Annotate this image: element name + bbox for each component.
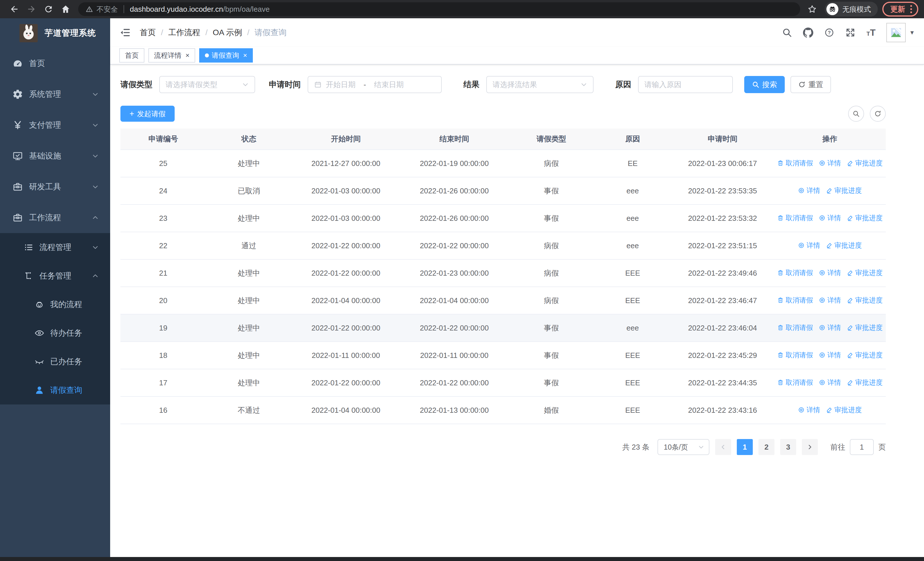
sidebar-item-task-mgmt[interactable]: 任务管理 [0,262,110,290]
detail-action-link[interactable]: 详情 [798,186,820,195]
back-icon[interactable] [6,1,23,17]
reset-button[interactable]: 重置 [790,76,831,93]
bookmark-star-icon[interactable] [804,1,820,17]
edit-icon [847,324,854,331]
progress-action-link[interactable]: 审批进度 [847,268,883,277]
edit-icon [847,379,854,386]
detail-action-link[interactable]: 详情 [819,323,841,332]
breadcrumb-item[interactable]: OA 示例 [213,27,242,38]
detail-action-link[interactable]: 详情 [819,158,841,168]
close-icon[interactable]: × [186,51,189,59]
omnibox-divider [123,5,124,13]
cancel-action-link[interactable]: 取消请假 [777,323,813,332]
table-search-icon[interactable] [848,106,864,122]
progress-action-link[interactable]: 审批进度 [826,405,862,415]
url-bar[interactable]: 不安全 dashboard.yudao.iocoder.cn/bpm/oa/le… [78,2,800,16]
detail-action-link[interactable]: 详情 [798,241,820,250]
progress-action-link[interactable]: 审批进度 [847,378,883,387]
cancel-action-link[interactable]: 取消请假 [777,214,813,223]
leave-table: 申请编号状态开始时间结束时间请假类型原因申请时间操作 25处理中2021-12-… [120,129,886,424]
breadcrumb-item[interactable]: 工作流程 [168,27,200,38]
cell-reason: eee [594,177,671,205]
cell-status: 处理中 [206,150,292,177]
cancel-action-link[interactable]: 取消请假 [777,158,813,168]
sidebar-item-workflow[interactable]: 工作流程 [0,202,110,233]
forward-icon[interactable] [23,1,40,17]
cell-end-time: 2022-01-19 00:00:00 [400,150,508,177]
sidebar-item-home[interactable]: 首页 [0,48,110,79]
reason-input[interactable]: 请输入原因 [638,76,733,93]
cell-actions: 取消请假详情审批进度 [774,150,886,177]
sidebar-item-todo-tasks[interactable]: 待办任务 [0,319,110,347]
cancel-action-link[interactable]: 取消请假 [777,378,813,387]
security-indicator[interactable]: 不安全 [86,5,118,14]
prev-page-button[interactable] [715,439,731,455]
cell-id: 20 [120,287,206,314]
browser-menu-icon[interactable] [910,5,912,13]
sidebar-item-leave-query[interactable]: 请假查询 [0,376,110,405]
detail-action-link[interactable]: 详情 [819,296,841,305]
next-page-button[interactable] [802,439,818,455]
detail-action-link[interactable]: 详情 [819,268,841,277]
tab-请假查询[interactable]: 请假查询× [199,48,253,63]
page-button-2[interactable]: 2 [759,439,774,455]
cell-status: 通过 [206,232,292,259]
cancel-action-link[interactable]: 取消请假 [777,350,813,359]
browser-update-button[interactable]: 更新 [882,2,918,17]
page-button-1[interactable]: 1 [737,439,753,455]
progress-action-link[interactable]: 审批进度 [826,241,862,250]
cancel-action-link[interactable]: 取消请假 [777,296,813,305]
detail-action-link[interactable]: 详情 [819,214,841,223]
sidebar-item-done-tasks[interactable]: 已办任务 [0,347,110,376]
sidebar-item-payment[interactable]: 支付管理 [0,110,110,141]
sidebar-item-my-process[interactable]: 我的流程 [0,290,110,319]
column-header: 申请编号 [120,129,206,150]
cell-leave-type: 事假 [508,341,594,369]
help-icon[interactable]: ? [824,27,834,38]
result-select[interactable]: 请选择流结果 [486,76,594,93]
cell-id: 17 [120,369,206,397]
sidebar-toggle-icon[interactable] [119,27,131,38]
search-icon[interactable] [782,27,792,38]
list-icon [22,242,35,253]
cancel-action-link[interactable]: 取消请假 [777,268,813,277]
progress-action-link[interactable]: 审批进度 [847,296,883,305]
table-refresh-icon[interactable] [870,106,886,122]
progress-action-link[interactable]: 审批进度 [826,186,862,195]
dashboard-icon [11,58,24,69]
progress-action-link[interactable]: 审批进度 [847,350,883,359]
close-icon[interactable]: × [243,51,247,59]
progress-action-link[interactable]: 审批进度 [847,158,883,168]
user-avatar-menu[interactable]: ▼ [886,23,915,42]
goto-page-input[interactable] [850,439,874,455]
font-size-icon[interactable]: TT [866,28,876,37]
page-button-3[interactable]: 3 [780,439,796,455]
app-title: 芋道管理系统 [45,27,96,39]
incognito-label: 无痕模式 [842,5,871,14]
sidebar-item-process-mgmt[interactable]: 流程管理 [0,233,110,262]
sidebar-item-infra[interactable]: 基础设施 [0,141,110,171]
progress-action-link[interactable]: 审批进度 [847,323,883,332]
date-range-picker[interactable]: 开始日期 - 结束日期 [308,76,442,93]
tab-流程详情[interactable]: 流程详情× [148,48,195,63]
detail-action-link[interactable]: 详情 [819,378,841,387]
sidebar-item-system[interactable]: 系统管理 [0,79,110,110]
page-size-select[interactable]: 10条/页 [657,439,710,455]
fullscreen-icon[interactable] [845,27,855,38]
chevron-down-icon [92,244,99,251]
reload-icon[interactable] [40,1,57,17]
view-icon [819,215,825,221]
cell-end-time: 2022-01-04 00:00:00 [400,287,508,314]
sidebar-item-devtools[interactable]: 研发工具 [0,171,110,202]
tab-首页[interactable]: 首页 [119,48,144,63]
home-icon[interactable] [57,1,74,17]
detail-action-link[interactable]: 详情 [798,405,820,415]
detail-action-link[interactable]: 详情 [819,350,841,359]
column-header: 原因 [594,129,671,150]
breadcrumb-item[interactable]: 首页 [140,27,156,38]
create-leave-button[interactable]: + 发起请假 [120,106,175,122]
github-icon[interactable] [803,27,813,38]
search-button[interactable]: 搜索 [744,76,785,93]
leave-type-select[interactable]: 请选择请假类型 [159,76,255,93]
progress-action-link[interactable]: 审批进度 [847,214,883,223]
